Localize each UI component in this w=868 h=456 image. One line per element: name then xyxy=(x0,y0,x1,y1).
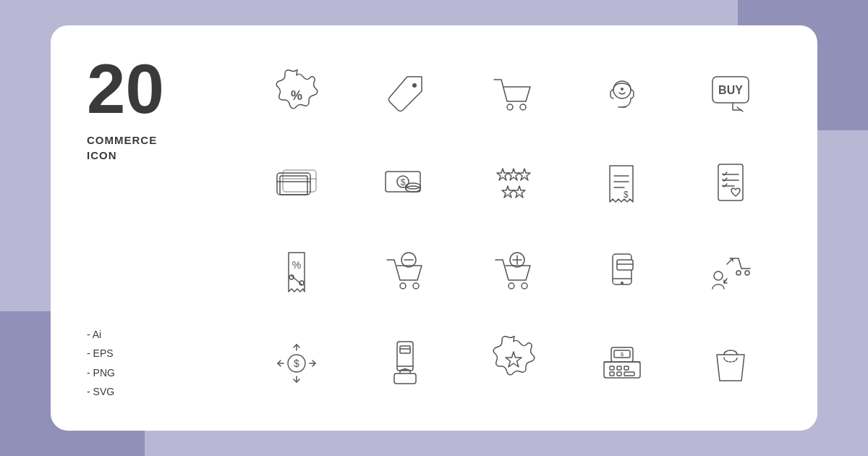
shopping-bag-icon xyxy=(680,321,781,402)
format-eps: - EPS xyxy=(87,344,231,363)
mobile-payment-icon xyxy=(571,232,673,313)
svg-rect-47 xyxy=(617,260,633,270)
svg-line-32 xyxy=(292,276,302,284)
title-line2: ICON xyxy=(87,148,231,163)
icons-grid: % xyxy=(231,54,781,402)
svg-point-40 xyxy=(522,283,527,289)
svg-rect-69 xyxy=(610,372,614,376)
formats-list: - Ai - EPS - PNG - SVG xyxy=(87,325,231,402)
title-line1: COMMERCE xyxy=(87,132,231,148)
svg-point-51 xyxy=(714,271,723,280)
svg-text:BUY: BUY xyxy=(718,84,743,96)
badge-star-icon xyxy=(463,321,564,402)
svg-point-3 xyxy=(520,104,526,110)
svg-point-35 xyxy=(400,283,406,289)
left-panel: 20 COMMERCE ICON - Ai - EPS - PNG - SVG xyxy=(87,54,231,402)
rating-stars-icon xyxy=(463,143,564,225)
svg-point-2 xyxy=(507,104,513,110)
svg-rect-67 xyxy=(617,366,621,370)
discount-badge-icon: % xyxy=(246,54,347,136)
format-png: - PNG xyxy=(87,363,231,383)
svg-rect-70 xyxy=(617,372,621,376)
money-transfer-icon: $ xyxy=(246,321,347,402)
svg-point-39 xyxy=(509,283,514,289)
svg-point-1 xyxy=(412,83,417,88)
receipt-dollar-icon: $ xyxy=(571,143,673,225)
svg-text:%: % xyxy=(292,259,301,271)
svg-text:$: $ xyxy=(294,358,299,369)
svg-rect-63 xyxy=(394,373,416,384)
remove-cart-icon xyxy=(354,232,456,313)
svg-marker-20 xyxy=(519,169,530,180)
svg-point-36 xyxy=(413,283,419,289)
svg-marker-21 xyxy=(502,186,514,198)
buy-button-icon: BUY xyxy=(680,54,781,136)
svg-text:%: % xyxy=(291,88,302,103)
svg-text:$: $ xyxy=(401,177,406,187)
cash-money-icon: $ xyxy=(354,143,456,225)
svg-marker-19 xyxy=(508,169,519,180)
credit-card-icon xyxy=(246,143,347,225)
svg-marker-18 xyxy=(497,169,509,180)
svg-rect-27 xyxy=(718,164,743,200)
transfer-cart-icon xyxy=(680,232,781,313)
svg-rect-66 xyxy=(610,366,614,370)
shopping-cart-icon xyxy=(463,54,564,136)
svg-rect-71 xyxy=(624,372,634,376)
main-card: 20 COMMERCE ICON - Ai - EPS - PNG - SVG … xyxy=(51,25,817,431)
svg-point-5 xyxy=(621,88,624,90)
svg-marker-64 xyxy=(506,352,522,367)
commerce-label: COMMERCE ICON xyxy=(87,132,231,163)
add-cart-icon xyxy=(463,232,564,313)
format-svg: - SVG xyxy=(87,382,231,402)
svg-point-46 xyxy=(621,282,624,284)
discount-receipt-icon: % xyxy=(246,232,347,313)
customer-support-icon xyxy=(571,54,673,136)
mobile-shop-icon xyxy=(354,321,456,402)
big-number: 20 xyxy=(87,54,231,124)
format-ai: - Ai xyxy=(87,325,231,345)
svg-text:$: $ xyxy=(621,351,624,358)
wishlist-icon xyxy=(680,143,781,225)
svg-point-50 xyxy=(745,271,749,275)
svg-rect-68 xyxy=(624,366,629,370)
price-tag-icon xyxy=(354,54,456,136)
svg-marker-22 xyxy=(514,186,525,198)
svg-text:$: $ xyxy=(624,190,629,200)
svg-rect-61 xyxy=(400,346,410,353)
svg-point-49 xyxy=(736,271,741,275)
cash-register-icon: $ xyxy=(571,321,673,402)
